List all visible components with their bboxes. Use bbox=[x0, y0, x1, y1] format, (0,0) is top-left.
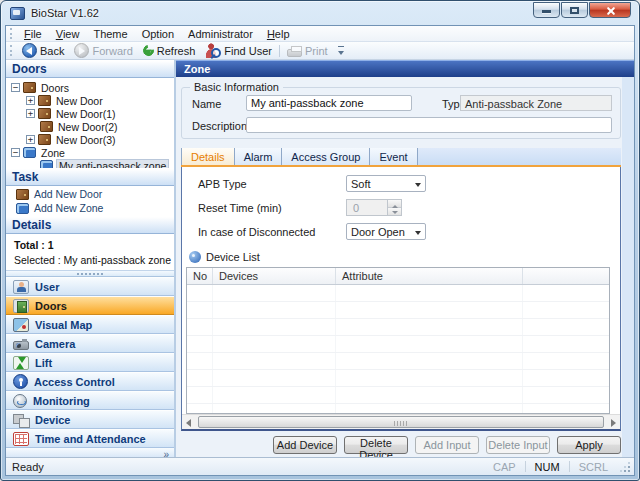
tab-alarm[interactable]: Alarm bbox=[235, 148, 283, 165]
menu-item-file[interactable]: File bbox=[17, 27, 49, 41]
delete-device-button[interactable]: Delete Device bbox=[344, 436, 408, 454]
reset-time-stepper[interactable]: 0 bbox=[346, 199, 402, 216]
details-total: Total : 1 bbox=[14, 238, 174, 253]
tab-event[interactable]: Event bbox=[370, 148, 417, 165]
tree-item-my-anti-passback-zone[interactable]: My anti-passback zone bbox=[6, 159, 174, 168]
sidebar-nav-access-control[interactable]: Access Control bbox=[6, 372, 174, 391]
sidebar-splitter[interactable] bbox=[6, 270, 174, 277]
table-cell bbox=[523, 370, 609, 386]
toolbar-overflow-icon[interactable] bbox=[336, 45, 347, 57]
task-add-new-zone[interactable]: Add New Zone bbox=[16, 201, 174, 215]
device-list-icon bbox=[189, 251, 201, 263]
details-panel: Total : 1 Selected : My anti-passback zo… bbox=[6, 234, 174, 270]
sidebar-nav-device[interactable]: Device bbox=[6, 410, 174, 429]
nav-overflow-chevron-icon[interactable]: »▾ bbox=[163, 450, 169, 457]
sidebar-nav-time-and-attendance[interactable]: Time and Attendance bbox=[6, 429, 174, 448]
tree-expander-icon[interactable]: + bbox=[26, 135, 35, 144]
sidebar: Doors −Doors+New Door+New Door(1)New Doo… bbox=[6, 60, 176, 457]
tree-expander-icon[interactable]: + bbox=[26, 96, 35, 105]
reset-time-label: Reset Time (min) bbox=[198, 202, 346, 214]
sidebar-nav-lift[interactable]: Lift bbox=[6, 353, 174, 372]
apb-type-label: APB Type bbox=[198, 178, 346, 190]
apply-button[interactable]: Apply bbox=[557, 436, 621, 454]
scroll-left-icon[interactable] bbox=[182, 415, 197, 429]
print-icon bbox=[287, 49, 302, 57]
tree-item-new-door-3[interactable]: +New Door(3) bbox=[6, 133, 174, 146]
tree-expander-icon[interactable]: − bbox=[11, 148, 20, 157]
scroll-right-icon[interactable] bbox=[605, 415, 620, 429]
window-controls bbox=[532, 2, 631, 18]
device-icon bbox=[13, 413, 29, 427]
print-label: Print bbox=[305, 45, 328, 57]
nav-item-label: Doors bbox=[35, 300, 67, 312]
sidebar-nav-visual-map[interactable]: Visual Map bbox=[6, 315, 174, 334]
tree-item-new-door-1[interactable]: +New Door(1) bbox=[6, 107, 174, 120]
menu-item-theme[interactable]: Theme bbox=[86, 27, 134, 41]
close-icon bbox=[606, 6, 616, 16]
nav-item-label: Visual Map bbox=[35, 319, 92, 331]
tree-item-label: New Door bbox=[54, 95, 105, 107]
title-bar[interactable]: BioStar V1.62 bbox=[1, 1, 639, 25]
doors-tree: −Doors+New Door+New Door(1)New Door(2)+N… bbox=[6, 78, 174, 168]
maximize-button[interactable] bbox=[561, 2, 588, 18]
back-button[interactable]: Back bbox=[17, 42, 69, 59]
sidebar-nav-doors[interactable]: Doors bbox=[6, 296, 174, 315]
table-cell bbox=[187, 285, 213, 301]
tree-expander-icon[interactable]: − bbox=[11, 83, 20, 92]
menu-item-view[interactable]: View bbox=[49, 27, 87, 41]
table-cell bbox=[336, 336, 523, 352]
menu-grip-icon[interactable] bbox=[10, 28, 13, 39]
column-header-no[interactable]: No bbox=[187, 268, 213, 284]
menu-item-administrator[interactable]: Administrator bbox=[181, 27, 260, 41]
tree-item-label: Doors bbox=[39, 82, 71, 94]
description-input[interactable] bbox=[246, 117, 612, 133]
sidebar-panel-title: Doors bbox=[6, 60, 174, 78]
tree-item-label: Zone bbox=[39, 147, 67, 159]
spinner-buttons bbox=[387, 200, 401, 215]
minimize-button[interactable] bbox=[533, 2, 560, 18]
tree-item-new-door[interactable]: +New Door bbox=[6, 94, 174, 107]
tree-item-new-door-2[interactable]: New Door(2) bbox=[6, 120, 174, 133]
disconnected-select[interactable]: Door Open bbox=[346, 223, 426, 240]
task-item-label: Add New Door bbox=[34, 188, 102, 200]
table-cell bbox=[523, 285, 609, 301]
toolbar-grip-icon[interactable] bbox=[10, 45, 13, 56]
status-indicator-scrl: SCRL bbox=[569, 461, 617, 473]
sidebar-nav-monitoring[interactable]: Monitoring bbox=[6, 391, 174, 410]
tab-access-group[interactable]: Access Group bbox=[282, 148, 370, 165]
disconnected-value: Door Open bbox=[351, 226, 405, 238]
refresh-button[interactable]: Refresh bbox=[138, 42, 201, 59]
find-user-button[interactable]: Find User bbox=[200, 42, 277, 59]
horizontal-scrollbar[interactable] bbox=[182, 414, 620, 429]
tree-item-doors[interactable]: −Doors bbox=[6, 81, 174, 94]
menu-item-option[interactable]: Option bbox=[135, 27, 181, 41]
column-header-devices[interactable]: Devices bbox=[213, 268, 336, 284]
sidebar-nav-user[interactable]: User bbox=[6, 277, 174, 296]
tree-item-zone[interactable]: −Zone bbox=[6, 146, 174, 159]
door-icon bbox=[38, 95, 51, 106]
table-cell bbox=[213, 404, 336, 413]
door-icon bbox=[38, 108, 51, 119]
status-ready: Ready bbox=[12, 461, 44, 473]
close-button[interactable] bbox=[589, 2, 631, 18]
tab-details[interactable]: Details bbox=[181, 148, 235, 165]
apb-type-select[interactable]: Soft bbox=[346, 175, 426, 192]
spinner-down-icon[interactable] bbox=[388, 208, 401, 215]
column-header-attribute[interactable]: Attribute bbox=[336, 268, 523, 284]
scrollbar-thumb[interactable] bbox=[198, 416, 604, 428]
table-cell bbox=[213, 387, 336, 403]
apb-type-value: Soft bbox=[351, 178, 371, 190]
task-add-new-door[interactable]: Add New Door bbox=[16, 187, 174, 201]
tree-expander-icon[interactable]: + bbox=[26, 109, 35, 118]
details-tab-content: APB Type Soft Reset Time (min) 0 bbox=[181, 167, 621, 431]
spinner-up-icon[interactable] bbox=[388, 200, 401, 208]
sidebar-nav-camera[interactable]: Camera bbox=[6, 334, 174, 353]
toolbar-separator bbox=[279, 45, 280, 57]
apb-type-row: APB Type Soft bbox=[198, 175, 620, 192]
add-device-button[interactable]: Add Device bbox=[273, 436, 337, 454]
table-cell bbox=[187, 404, 213, 413]
menu-item-help[interactable]: Help bbox=[260, 27, 297, 41]
resize-grip-icon[interactable] bbox=[619, 461, 631, 473]
name-input[interactable] bbox=[246, 95, 412, 111]
nav-item-label: User bbox=[35, 281, 59, 293]
